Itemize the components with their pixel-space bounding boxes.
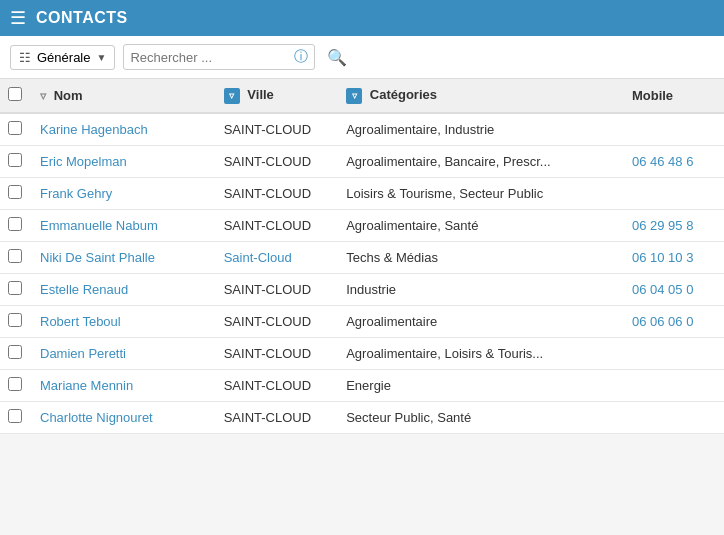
- contact-name-link[interactable]: Mariane Mennin: [40, 378, 133, 393]
- contact-categories: Agroalimentaire, Santé: [346, 218, 478, 233]
- row-categories-cell: Agroalimentaire, Industrie: [336, 113, 622, 146]
- row-name-cell: Mariane Mennin: [30, 370, 214, 402]
- row-city-cell: Saint-Cloud: [214, 242, 336, 274]
- row-checkbox-cell[interactable]: [0, 146, 30, 178]
- row-checkbox-cell[interactable]: [0, 274, 30, 306]
- contact-categories: Agroalimentaire, Loisirs & Touris...: [346, 346, 543, 361]
- contact-city: SAINT-CLOUD: [224, 282, 311, 297]
- row-checkbox-9[interactable]: [8, 409, 22, 423]
- contact-name-link[interactable]: Charlotte Nignouret: [40, 410, 153, 425]
- row-name-cell: Niki De Saint Phalle: [30, 242, 214, 274]
- row-mobile-cell: 06 29 95 8: [622, 210, 724, 242]
- info-icon[interactable]: ⓘ: [294, 48, 308, 66]
- table-row: Mariane Mennin SAINT-CLOUD Energie: [0, 370, 724, 402]
- contacts-tbody: Karine Hagenbach SAINT-CLOUD Agroaliment…: [0, 113, 724, 434]
- contact-mobile: 06 10 10 3: [632, 250, 693, 265]
- contact-name-link[interactable]: Estelle Renaud: [40, 282, 128, 297]
- row-checkbox-cell[interactable]: [0, 242, 30, 274]
- table-row: Estelle Renaud SAINT-CLOUD Industrie 06 …: [0, 274, 724, 306]
- row-categories-cell: Agroalimentaire: [336, 306, 622, 338]
- table-row: Eric Mopelman SAINT-CLOUD Agroalimentair…: [0, 146, 724, 178]
- contact-categories: Agroalimentaire: [346, 314, 437, 329]
- row-mobile-cell: [622, 178, 724, 210]
- contact-name-link[interactable]: Damien Peretti: [40, 346, 126, 361]
- contact-name-link[interactable]: Niki De Saint Phalle: [40, 250, 155, 265]
- contact-mobile: 06 06 06 0: [632, 314, 693, 329]
- row-checkbox-cell[interactable]: [0, 178, 30, 210]
- row-city-cell: SAINT-CLOUD: [214, 370, 336, 402]
- row-name-cell: Eric Mopelman: [30, 146, 214, 178]
- row-name-cell: Emmanuelle Nabum: [30, 210, 214, 242]
- row-checkbox-2[interactable]: [8, 185, 22, 199]
- table-row: Robert Teboul SAINT-CLOUD Agroalimentair…: [0, 306, 724, 338]
- contact-city: SAINT-CLOUD: [224, 378, 311, 393]
- contact-mobile: 06 46 48 6: [632, 154, 693, 169]
- contact-name-link[interactable]: Frank Gehry: [40, 186, 112, 201]
- row-checkbox-3[interactable]: [8, 217, 22, 231]
- row-checkbox-cell[interactable]: [0, 402, 30, 434]
- row-mobile-cell: 06 46 48 6: [622, 146, 724, 178]
- row-checkbox-cell[interactable]: [0, 306, 30, 338]
- row-checkbox-8[interactable]: [8, 377, 22, 391]
- contact-categories: Loisirs & Tourisme, Secteur Public: [346, 186, 543, 201]
- row-categories-cell: Agroalimentaire, Bancaire, Prescr...: [336, 146, 622, 178]
- view-dropdown-button[interactable]: ☷ Générale ▼: [10, 45, 115, 70]
- row-mobile-cell: [622, 338, 724, 370]
- column-header-ville[interactable]: ▿ Ville: [214, 79, 336, 113]
- contact-mobile: 06 04 05 0: [632, 282, 693, 297]
- row-city-cell: SAINT-CLOUD: [214, 402, 336, 434]
- column-header-nom: ▿ Nom: [30, 79, 214, 113]
- column-categories-label: Catégories: [370, 87, 437, 102]
- table-row: Karine Hagenbach SAINT-CLOUD Agroaliment…: [0, 113, 724, 146]
- search-button[interactable]: 🔍: [323, 46, 351, 69]
- contact-categories: Techs & Médias: [346, 250, 438, 265]
- column-header-categories[interactable]: ▿ Catégories: [336, 79, 622, 113]
- column-header-mobile: Mobile: [622, 79, 724, 113]
- row-checkbox-0[interactable]: [8, 121, 22, 135]
- select-all-checkbox[interactable]: [8, 87, 22, 101]
- row-city-cell: SAINT-CLOUD: [214, 274, 336, 306]
- row-checkbox-7[interactable]: [8, 345, 22, 359]
- row-checkbox-1[interactable]: [8, 153, 22, 167]
- contact-city: Saint-Cloud: [224, 250, 292, 265]
- row-checkbox-5[interactable]: [8, 281, 22, 295]
- row-categories-cell: Agroalimentaire, Santé: [336, 210, 622, 242]
- row-mobile-cell: [622, 113, 724, 146]
- contact-name-link[interactable]: Robert Teboul: [40, 314, 121, 329]
- row-checkbox-cell[interactable]: [0, 210, 30, 242]
- contact-categories: Energie: [346, 378, 391, 393]
- contact-categories: Industrie: [346, 282, 396, 297]
- row-city-cell: SAINT-CLOUD: [214, 306, 336, 338]
- contact-name-link[interactable]: Emmanuelle Nabum: [40, 218, 158, 233]
- view-label: Générale: [37, 50, 90, 65]
- search-box: ⓘ: [123, 44, 315, 70]
- row-checkbox-6[interactable]: [8, 313, 22, 327]
- search-input[interactable]: [130, 50, 290, 65]
- row-city-cell: SAINT-CLOUD: [214, 178, 336, 210]
- row-categories-cell: Loisirs & Tourisme, Secteur Public: [336, 178, 622, 210]
- row-checkbox-cell[interactable]: [0, 370, 30, 402]
- table-row: Frank Gehry SAINT-CLOUD Loisirs & Touris…: [0, 178, 724, 210]
- row-categories-cell: Energie: [336, 370, 622, 402]
- contact-name-link[interactable]: Karine Hagenbach: [40, 122, 148, 137]
- contacts-table: ▿ Nom ▿ Ville ▿ Catégories Mobile: [0, 79, 724, 434]
- contact-name-link[interactable]: Eric Mopelman: [40, 154, 127, 169]
- app-title: CONTACTS: [36, 9, 128, 27]
- contacts-table-container: ▿ Nom ▿ Ville ▿ Catégories Mobile: [0, 79, 724, 434]
- contact-categories: Secteur Public, Santé: [346, 410, 471, 425]
- ville-filter-icon: ▿: [224, 88, 240, 104]
- hamburger-icon[interactable]: ☰: [10, 7, 26, 29]
- row-name-cell: Charlotte Nignouret: [30, 402, 214, 434]
- table-row: Niki De Saint Phalle Saint-Cloud Techs &…: [0, 242, 724, 274]
- row-checkbox-cell[interactable]: [0, 338, 30, 370]
- row-categories-cell: Secteur Public, Santé: [336, 402, 622, 434]
- row-mobile-cell: 06 06 06 0: [622, 306, 724, 338]
- row-city-cell: SAINT-CLOUD: [214, 146, 336, 178]
- contact-categories: Agroalimentaire, Bancaire, Prescr...: [346, 154, 550, 169]
- contact-categories: Agroalimentaire, Industrie: [346, 122, 494, 137]
- row-checkbox-4[interactable]: [8, 249, 22, 263]
- grid-icon: ☷: [19, 50, 31, 65]
- row-checkbox-cell[interactable]: [0, 113, 30, 146]
- select-all-header[interactable]: [0, 79, 30, 113]
- chevron-down-icon: ▼: [96, 52, 106, 63]
